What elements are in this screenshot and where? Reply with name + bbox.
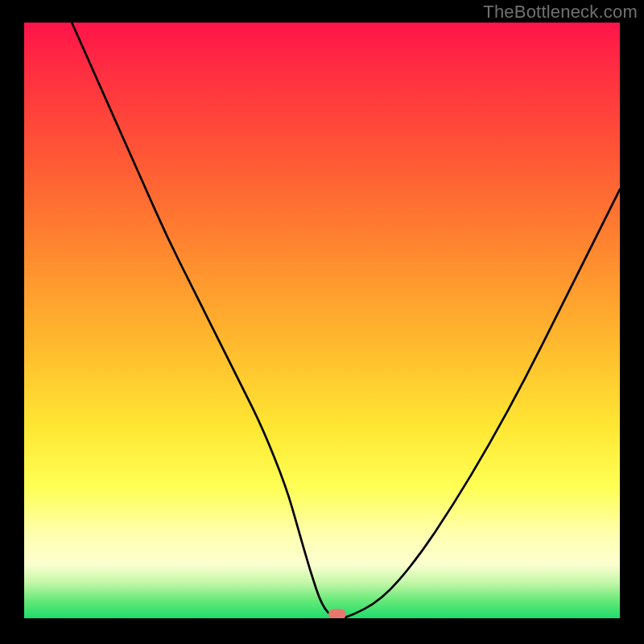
watermark-text: TheBottleneck.com <box>483 2 638 23</box>
bottleneck-curve <box>24 23 620 618</box>
plot-area <box>24 23 620 618</box>
chart-frame: TheBottleneck.com <box>0 0 644 644</box>
optimal-marker <box>328 609 346 618</box>
